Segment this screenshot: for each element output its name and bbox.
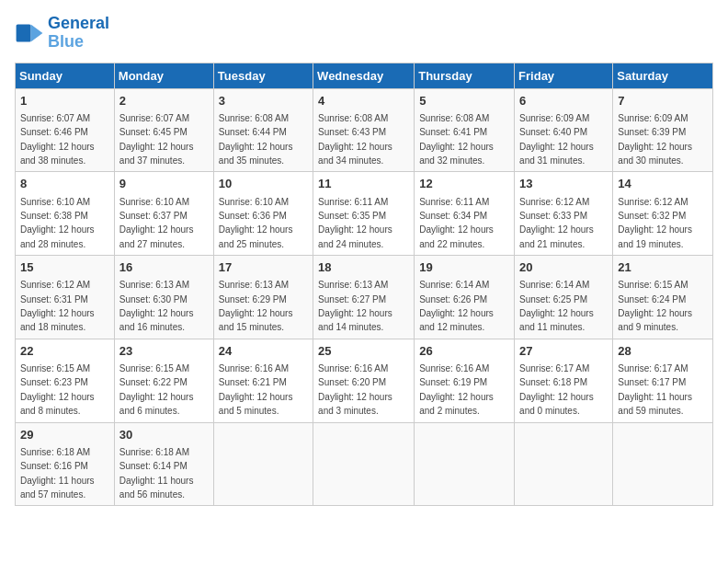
calendar-cell	[415, 422, 515, 506]
sunrise: Sunrise: 6:13 AM	[219, 280, 289, 290]
sunrise: Sunrise: 6:11 AM	[318, 197, 388, 207]
day-number: 22	[20, 343, 109, 360]
calendar-cell: 29Sunrise: 6:18 AMSunset: 6:16 PMDayligh…	[16, 422, 115, 506]
day-number: 24	[219, 343, 308, 360]
sunrise: Sunrise: 6:07 AM	[20, 113, 90, 123]
calendar-cell: 27Sunrise: 6:17 AMSunset: 6:18 PMDayligh…	[515, 339, 613, 422]
calendar-cell: 24Sunrise: 6:16 AMSunset: 6:21 PMDayligh…	[213, 339, 313, 422]
calendar-week-row: 8Sunrise: 6:10 AMSunset: 6:38 PMDaylight…	[16, 172, 713, 256]
day-number: 27	[519, 343, 608, 360]
page-header: General Blue	[15, 15, 713, 52]
daylight: Daylight: 12 hours and 0 minutes.	[519, 392, 594, 416]
sunrise: Sunrise: 6:17 AM	[618, 363, 688, 373]
calendar-cell: 10Sunrise: 6:10 AMSunset: 6:36 PMDayligh…	[213, 172, 313, 256]
daylight: Daylight: 12 hours and 30 minutes.	[618, 142, 692, 166]
day-header-wednesday: Wednesday	[313, 63, 415, 88]
day-number: 28	[618, 343, 708, 360]
sunset: Sunset: 6:29 PM	[219, 294, 287, 304]
day-number: 18	[318, 259, 409, 276]
daylight: Daylight: 11 hours and 57 minutes.	[20, 476, 95, 500]
sunset: Sunset: 6:25 PM	[519, 294, 587, 304]
sunset: Sunset: 6:33 PM	[519, 211, 587, 221]
day-number: 10	[219, 176, 308, 192]
daylight: Daylight: 12 hours and 3 minutes.	[318, 392, 392, 416]
sunrise: Sunrise: 6:18 AM	[20, 447, 90, 457]
sunset: Sunset: 6:46 PM	[20, 127, 88, 137]
sunset: Sunset: 6:14 PM	[119, 461, 188, 471]
daylight: Daylight: 12 hours and 37 minutes.	[119, 142, 194, 166]
sunset: Sunset: 6:18 PM	[519, 377, 587, 387]
sunrise: Sunrise: 6:14 AM	[419, 280, 489, 290]
calendar-cell: 4Sunrise: 6:08 AMSunset: 6:43 PMDaylight…	[313, 88, 415, 172]
sunset: Sunset: 6:41 PM	[419, 127, 487, 137]
day-number: 20	[519, 259, 608, 276]
daylight: Daylight: 12 hours and 5 minutes.	[219, 392, 293, 416]
sunset: Sunset: 6:37 PM	[119, 211, 188, 221]
day-number: 11	[318, 176, 409, 192]
daylight: Daylight: 12 hours and 25 minutes.	[219, 224, 293, 248]
day-number: 25	[318, 343, 409, 360]
day-number: 6	[519, 93, 608, 109]
sunset: Sunset: 6:26 PM	[419, 294, 487, 304]
daylight: Daylight: 12 hours and 38 minutes.	[20, 142, 95, 166]
sunrise: Sunrise: 6:09 AM	[618, 113, 688, 123]
calendar-cell: 1Sunrise: 6:07 AMSunset: 6:46 PMDaylight…	[16, 88, 115, 172]
calendar-cell: 18Sunrise: 6:13 AMSunset: 6:27 PMDayligh…	[313, 256, 415, 339]
daylight: Daylight: 12 hours and 14 minutes.	[318, 308, 392, 332]
sunrise: Sunrise: 6:14 AM	[519, 280, 589, 290]
sunset: Sunset: 6:45 PM	[119, 127, 188, 137]
sunrise: Sunrise: 6:18 AM	[119, 447, 189, 457]
calendar-cell: 15Sunrise: 6:12 AMSunset: 6:31 PMDayligh…	[16, 256, 115, 339]
sunrise: Sunrise: 6:11 AM	[419, 197, 489, 207]
sunrise: Sunrise: 6:12 AM	[519, 197, 589, 207]
sunset: Sunset: 6:20 PM	[318, 377, 386, 387]
day-header-monday: Monday	[114, 63, 213, 88]
day-header-tuesday: Tuesday	[213, 63, 313, 88]
calendar-cell: 25Sunrise: 6:16 AMSunset: 6:20 PMDayligh…	[313, 339, 415, 422]
sunrise: Sunrise: 6:15 AM	[618, 280, 688, 290]
day-number: 21	[618, 259, 708, 276]
sunset: Sunset: 6:21 PM	[219, 377, 287, 387]
day-number: 17	[219, 259, 308, 276]
sunrise: Sunrise: 6:16 AM	[219, 363, 289, 373]
calendar-cell: 2Sunrise: 6:07 AMSunset: 6:45 PMDaylight…	[114, 88, 213, 172]
sunrise: Sunrise: 6:13 AM	[318, 280, 388, 290]
calendar-cell: 3Sunrise: 6:08 AMSunset: 6:44 PMDaylight…	[213, 88, 313, 172]
sunset: Sunset: 6:17 PM	[618, 377, 686, 387]
day-number: 19	[419, 259, 509, 276]
logo: General Blue	[15, 15, 109, 52]
daylight: Daylight: 12 hours and 34 minutes.	[318, 142, 392, 166]
sunrise: Sunrise: 6:12 AM	[20, 280, 90, 290]
daylight: Daylight: 12 hours and 21 minutes.	[519, 224, 594, 248]
daylight: Daylight: 12 hours and 6 minutes.	[119, 392, 194, 416]
day-number: 26	[419, 343, 509, 360]
day-number: 13	[519, 176, 608, 192]
day-header-thursday: Thursday	[415, 63, 515, 88]
day-number: 1	[20, 93, 109, 109]
sunset: Sunset: 6:30 PM	[119, 294, 188, 304]
sunrise: Sunrise: 6:15 AM	[20, 363, 90, 373]
sunset: Sunset: 6:22 PM	[119, 377, 188, 387]
calendar-cell: 21Sunrise: 6:15 AMSunset: 6:24 PMDayligh…	[613, 256, 713, 339]
sunrise: Sunrise: 6:08 AM	[419, 113, 489, 123]
day-number: 16	[119, 259, 209, 276]
daylight: Daylight: 12 hours and 12 minutes.	[419, 308, 494, 332]
sunset: Sunset: 6:34 PM	[419, 211, 487, 221]
calendar-week-row: 22Sunrise: 6:15 AMSunset: 6:23 PMDayligh…	[16, 339, 713, 422]
daylight: Daylight: 11 hours and 59 minutes.	[618, 392, 692, 416]
daylight: Daylight: 12 hours and 24 minutes.	[318, 224, 392, 248]
sunrise: Sunrise: 6:16 AM	[419, 363, 489, 373]
sunrise: Sunrise: 6:15 AM	[119, 363, 189, 373]
daylight: Daylight: 12 hours and 8 minutes.	[20, 392, 95, 416]
day-header-friday: Friday	[515, 63, 613, 88]
day-number: 3	[219, 93, 308, 109]
calendar-cell: 19Sunrise: 6:14 AMSunset: 6:26 PMDayligh…	[415, 256, 515, 339]
sunrise: Sunrise: 6:09 AM	[519, 113, 589, 123]
sunset: Sunset: 6:19 PM	[419, 377, 487, 387]
day-number: 2	[119, 93, 209, 109]
daylight: Daylight: 12 hours and 19 minutes.	[618, 224, 692, 248]
calendar-cell	[613, 422, 713, 506]
sunset: Sunset: 6:32 PM	[618, 211, 686, 221]
svg-rect-0	[17, 24, 31, 41]
calendar-cell: 26Sunrise: 6:16 AMSunset: 6:19 PMDayligh…	[415, 339, 515, 422]
